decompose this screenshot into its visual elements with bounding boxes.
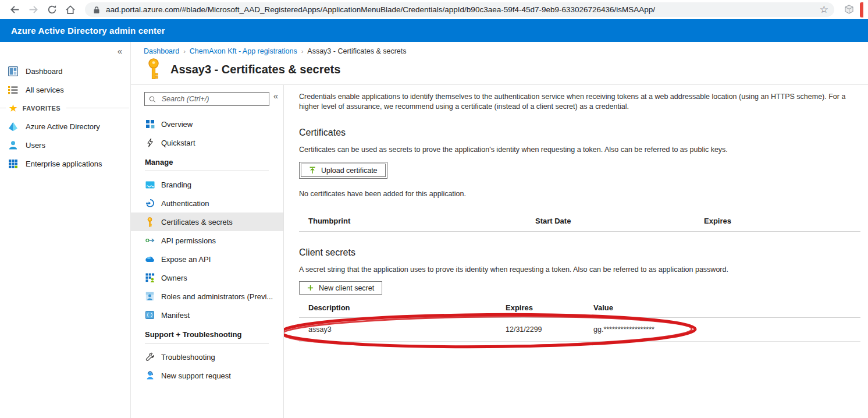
sidebar-item-label: Enterprise applications <box>26 160 102 168</box>
back-icon <box>10 5 20 15</box>
menu-item-label: Manifest <box>161 311 190 320</box>
sidebar-favorites-header: ★ FAVORITES <box>0 99 130 117</box>
column-expires: Expires <box>704 217 860 225</box>
column-start-date: Start Date <box>535 217 704 225</box>
grid-person-icon <box>145 273 155 282</box>
sidebar-item-users[interactable]: Users <box>0 136 130 154</box>
lightning-bolt-icon <box>145 138 155 147</box>
blade-header: Dashboard › ChemAxon Kft - App registrat… <box>131 42 868 85</box>
menu-item-authentication[interactable]: Authentication <box>131 194 283 212</box>
menu-item-owners[interactable]: Owners <box>131 268 283 287</box>
wrench-icon <box>145 352 155 362</box>
sign-in-arrow-icon <box>145 199 155 208</box>
browser-profile-avatar-partial[interactable] <box>860 2 863 17</box>
menu-item-new-support-request[interactable]: New support request <box>131 366 283 385</box>
menu-item-api-permissions[interactable]: API permissions <box>131 231 283 250</box>
person-badge-icon <box>145 292 155 301</box>
sidebar-item-azure-active-directory[interactable]: Azure Active Directory <box>0 117 130 136</box>
browser-reload-button[interactable] <box>44 2 59 17</box>
browser-forward-button[interactable] <box>26 2 41 17</box>
home-icon <box>65 5 76 15</box>
menu-item-overview[interactable]: Overview <box>131 115 283 133</box>
divider <box>299 231 860 232</box>
breadcrumb-app-registrations[interactable]: ChemAxon Kft - App registrations <box>190 47 297 55</box>
browser-chrome: aad.portal.azure.com/#blade/Microsoft_AA… <box>0 0 868 19</box>
client-secret-row-wrapper: assay3 12/31/2299 gg.****************** <box>299 318 860 342</box>
credentials-intro-text: Credentials enable applications to ident… <box>299 92 860 112</box>
extension-cube-icon <box>844 4 855 15</box>
browser-home-button[interactable] <box>63 2 78 17</box>
cloud-icon <box>145 256 155 263</box>
column-value: Value <box>593 303 860 312</box>
menu-item-certificates-secrets[interactable]: Certificates & secrets <box>131 212 283 231</box>
column-description: Description <box>299 303 506 312</box>
code-document-icon <box>145 311 155 319</box>
menu-item-roles-administrators[interactable]: Roles and administrators (Previ... <box>131 287 283 306</box>
menu-group-manage: Manage <box>145 158 269 167</box>
search-input[interactable] <box>161 94 265 104</box>
divider <box>145 171 269 171</box>
menu-item-label: API permissions <box>161 236 216 245</box>
portal-title: Azure Active Directory admin center <box>11 26 165 36</box>
blade-content: Credentials enable applications to ident… <box>284 85 868 418</box>
sidebar-item-label: Dashboard <box>26 67 63 76</box>
browser-address-bar[interactable]: aad.portal.azure.com/#blade/Microsoft_AA… <box>85 2 834 17</box>
menu-item-label: Expose an API <box>161 255 211 264</box>
url-text[interactable]: aad.portal.azure.com/#blade/Microsoft_AA… <box>106 5 814 14</box>
secret-description-cell: assay3 <box>299 325 506 334</box>
table-row-client-secret[interactable]: assay3 12/31/2299 gg.****************** <box>299 318 860 342</box>
sidebar-item-all-services[interactable]: All services <box>0 80 130 99</box>
blade-menu: « Overview Quickstart <box>131 85 284 418</box>
support-person-icon <box>145 371 155 380</box>
plus-icon <box>307 285 314 291</box>
upload-icon <box>309 167 316 174</box>
certificates-table-header: Thumbprint Start Date Expires <box>299 217 860 225</box>
enterprise-applications-icon <box>8 159 18 169</box>
menu-item-manifest[interactable]: Manifest <box>131 306 283 324</box>
azure-topbar: Azure Active Directory admin center <box>0 19 868 42</box>
menu-item-label: New support request <box>161 371 231 380</box>
breadcrumb: Dashboard › ChemAxon Kft - App registrat… <box>144 47 868 55</box>
reload-icon <box>47 5 57 15</box>
overview-grid-icon <box>145 119 155 129</box>
sidebar-item-enterprise-applications[interactable]: Enterprise applications <box>0 154 130 173</box>
new-client-secret-button[interactable]: New client secret <box>299 281 382 295</box>
menu-item-label: Overview <box>161 120 193 129</box>
certificates-heading: Certificates <box>299 127 860 138</box>
breadcrumb-dashboard[interactable]: Dashboard <box>144 47 179 55</box>
favorites-star-icon: ★ <box>9 104 17 112</box>
client-secrets-heading: Client secrets <box>299 247 860 258</box>
sidebar-item-dashboard[interactable]: Dashboard <box>0 62 130 80</box>
https-lock-icon <box>93 6 100 14</box>
certificates-description: Certificates can be used as secrets to p… <box>299 146 860 154</box>
dashboard-icon <box>8 66 18 76</box>
menu-item-quickstart[interactable]: Quickstart <box>131 133 283 152</box>
sidebar-item-label: Azure Active Directory <box>26 122 100 131</box>
browser-back-button[interactable] <box>7 2 22 17</box>
azure-ad-icon <box>8 122 18 132</box>
forward-icon <box>29 5 38 15</box>
client-secrets-table-header: Description Expires Value <box>299 303 860 312</box>
menu-item-expose-an-api[interactable]: Expose an API <box>131 250 283 268</box>
menu-collapse-button[interactable]: « <box>273 91 278 100</box>
key-icon <box>145 217 155 227</box>
menu-item-label: Owners <box>161 274 187 282</box>
menu-item-troubleshooting[interactable]: Troubleshooting <box>131 348 283 366</box>
sidebar-item-label: All services <box>26 86 64 94</box>
browser-extension-button[interactable] <box>841 2 856 17</box>
divider <box>66 108 129 108</box>
column-thumbprint: Thumbprint <box>299 217 535 225</box>
sidebar-collapse-button[interactable]: « <box>118 47 122 55</box>
secret-value-cell: gg.****************** <box>593 325 860 334</box>
menu-item-branding[interactable]: Branding <box>131 175 283 194</box>
breadcrumb-current-page: Assay3 - Certificates & secrets <box>307 47 406 55</box>
key-icon <box>147 58 161 80</box>
bookmark-star-icon[interactable]: ☆ <box>820 5 828 15</box>
menu-group-support-troubleshooting: Support + Troubleshooting <box>145 330 269 339</box>
divider <box>145 343 269 343</box>
client-secrets-description: A secret string that the application use… <box>299 265 860 274</box>
menu-item-label: Certificates & secrets <box>161 218 233 226</box>
column-expires: Expires <box>506 303 593 312</box>
upload-certificate-button[interactable]: Upload certificate <box>301 164 386 177</box>
menu-search-box[interactable] <box>144 92 269 106</box>
